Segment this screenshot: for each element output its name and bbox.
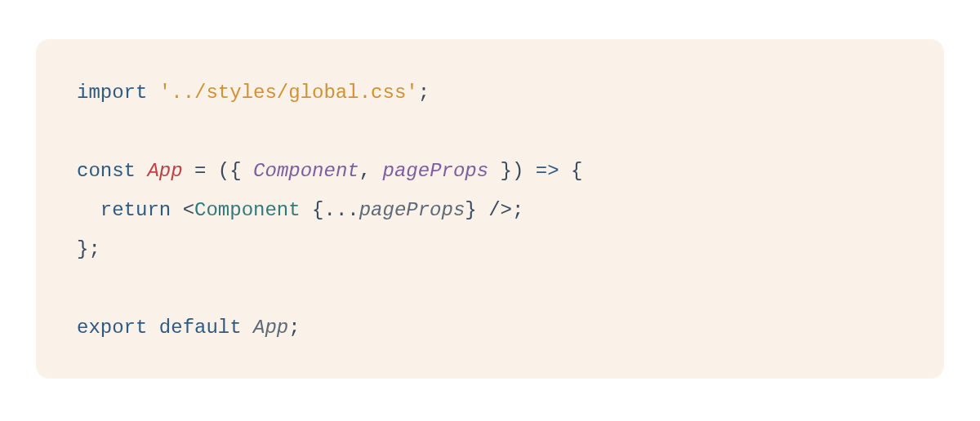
code-line-7: export default App;	[77, 308, 903, 348]
identifier-app-export: App	[253, 317, 288, 339]
keyword-return: return	[100, 199, 171, 221]
keyword-default: default	[159, 317, 242, 339]
param-pageprops: pageProps	[383, 160, 489, 182]
param-component: Component	[253, 160, 359, 182]
code-line-blank-2	[77, 269, 903, 308]
code-line-blank-1	[77, 113, 903, 152]
code-line-5: };	[77, 230, 903, 269]
identifier-app: App	[147, 160, 182, 182]
keyword-const: const	[77, 160, 136, 182]
string-path: '../styles/global.css'	[159, 82, 418, 104]
keyword-export: export	[77, 317, 147, 339]
keyword-import: import	[77, 82, 147, 104]
code-line-1: import '../styles/global.css';	[77, 73, 903, 113]
code-block: import '../styles/global.css'; const App…	[36, 39, 944, 379]
code-line-4: return <Component {...pageProps} />;	[77, 191, 903, 230]
code-line-3: const App = ({ Component, pageProps }) =…	[77, 152, 903, 191]
spread-pageprops: pageProps	[359, 199, 466, 221]
jsx-tag-component: Component	[194, 199, 301, 221]
